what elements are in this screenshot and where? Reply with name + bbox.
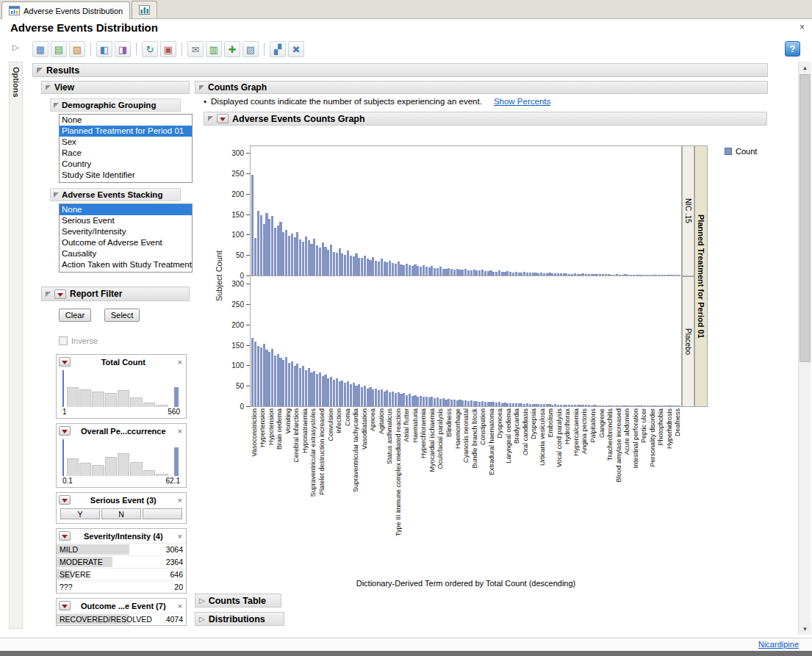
level-buttons: YN (60, 508, 182, 519)
disclosure-open-icon[interactable] (46, 292, 51, 297)
export-table-icon[interactable]: ▥ (206, 41, 222, 57)
bar (647, 406, 649, 406)
image-icon[interactable]: ▣ (160, 41, 176, 57)
scroll-down-icon[interactable]: ▼ (799, 623, 811, 635)
distributions-bar[interactable]: ▷ Distributions (195, 612, 284, 626)
stacking-option[interactable]: Action Taken with Study Treatment (60, 259, 192, 270)
bar (661, 406, 663, 406)
bar (296, 232, 298, 275)
bar (596, 274, 598, 275)
disclosure-open-icon[interactable] (54, 103, 59, 108)
data-table-icon[interactable]: ▤ (51, 41, 67, 57)
close-icon[interactable]: × (176, 532, 184, 541)
x-tick-label: Urticaria vesiculosa (538, 408, 547, 579)
mail-icon[interactable]: ✉ (187, 41, 204, 57)
red-triangle-button[interactable] (59, 531, 71, 541)
tab-adverse-events-distribution[interactable]: Adverse Events Distribution (1, 1, 130, 19)
level-row[interactable]: MILD3064 (57, 543, 186, 555)
refresh-icon[interactable]: ↻ (142, 41, 158, 57)
demographic-grouping-option[interactable]: Study Site Identifier (60, 170, 192, 181)
select-button[interactable]: Select (104, 309, 140, 322)
red-triangle-button[interactable] (59, 357, 71, 367)
add-data-icon[interactable]: ✚ (224, 41, 240, 57)
bar (386, 390, 388, 406)
level-label: SEVERE (57, 570, 91, 579)
demographic-grouping-option[interactable]: None (60, 115, 192, 126)
vertical-scrollbar[interactable]: ▲ ▼ (798, 62, 811, 635)
filter-histogram[interactable] (62, 439, 180, 476)
bar (641, 406, 643, 406)
disclosure-open-icon[interactable] (37, 68, 43, 73)
demographic-grouping-option[interactable]: Planned Treatment for Period 01 (60, 126, 192, 137)
adverse-events-counts-graph-bar: Adverse Events Counts Graph (204, 112, 767, 126)
bar (523, 404, 525, 406)
range-labels: 1560 (57, 407, 186, 418)
level-row[interactable]: MODERATE2364 (57, 555, 186, 568)
red-triangle-button[interactable] (217, 114, 229, 123)
counts-table-bar[interactable]: ▷ Counts Table (195, 594, 281, 608)
bar (560, 405, 562, 406)
scrollbar-thumb[interactable] (800, 74, 811, 362)
x-tick-label: Palpitations (589, 408, 597, 579)
stacking-option[interactable]: None (60, 204, 192, 215)
nicardipine-link[interactable]: Nicardipine (758, 640, 799, 649)
journal-icon[interactable]: ▨ (69, 41, 85, 57)
stacking-option[interactable]: Serious Event (60, 215, 192, 226)
legend-swatch (725, 148, 732, 155)
level-button[interactable]: N (101, 508, 141, 519)
adverse-events-stacking-listbox[interactable]: NoneSerious EventSeverity/IntensityOutco… (59, 203, 193, 273)
bar (498, 402, 500, 406)
close-icon[interactable]: × (176, 427, 184, 436)
filter-histogram[interactable] (62, 370, 180, 407)
demographic-grouping-option[interactable]: Sex (60, 137, 192, 148)
disclosure-open-icon[interactable] (54, 192, 59, 198)
level-button[interactable]: Y (60, 508, 100, 519)
red-triangle-button[interactable] (59, 601, 71, 610)
tab-chart[interactable] (132, 1, 157, 18)
script-window-icon[interactable]: ◧ (96, 41, 112, 57)
save-session-icon[interactable]: ▞ (270, 41, 286, 57)
legend: Count (725, 147, 757, 156)
red-triangle-button[interactable] (59, 426, 71, 436)
level-row[interactable]: SEVERE646 (57, 568, 186, 580)
close-icon[interactable]: × (800, 22, 805, 32)
close-icon[interactable]: × (176, 496, 184, 505)
inverse-checkbox[interactable] (59, 336, 68, 345)
scroll-up-icon[interactable]: ▲ (799, 62, 811, 73)
red-triangle-button[interactable] (54, 289, 66, 299)
stacking-option[interactable]: Causality (60, 248, 192, 259)
level-button[interactable] (143, 508, 182, 519)
red-triangle-button[interactable] (59, 495, 71, 505)
disclosure-closed-icon[interactable]: ▷ (199, 597, 205, 605)
disclosure-closed-icon[interactable]: ▷ (199, 616, 205, 623)
options-expander-icon[interactable]: ▷ (12, 43, 18, 51)
journal-icon-glyph: ▨ (73, 45, 82, 54)
bar (450, 269, 453, 275)
new-report-icon[interactable]: ▦ (32, 41, 48, 57)
options-panel[interactable]: Options (9, 62, 23, 629)
disclosure-open-icon[interactable] (199, 85, 204, 90)
layout-icon[interactable]: ▧ (242, 41, 259, 57)
bar (453, 400, 456, 406)
close-tools-icon[interactable]: ✖ (288, 41, 304, 57)
bar (630, 406, 632, 406)
clear-button[interactable]: Clear (59, 309, 91, 322)
bar (624, 406, 626, 406)
bar (448, 399, 450, 406)
demographic-grouping-option[interactable]: Country (60, 159, 192, 170)
stacking-option[interactable]: Severity/Intensity (60, 226, 192, 237)
bar (518, 273, 520, 275)
help-button[interactable]: ? (785, 41, 800, 57)
show-percents-link[interactable]: Show Percents (494, 97, 550, 106)
level-row[interactable]: ???20 (57, 580, 186, 593)
close-icon[interactable]: × (176, 602, 184, 610)
close-icon[interactable]: × (176, 358, 184, 367)
export-table-icon-glyph: ▥ (209, 45, 218, 54)
level-row[interactable]: RECOVERED/RESOLVED4074 (57, 613, 186, 625)
demographic-grouping-listbox[interactable]: NonePlanned Treatment for Period 01SexRa… (59, 114, 193, 183)
disclosure-open-icon[interactable] (46, 85, 51, 90)
stacking-option[interactable]: Outcome of Adverse Event (60, 237, 192, 248)
disclosure-open-icon[interactable] (208, 116, 213, 121)
log-window-icon[interactable]: ◨ (115, 41, 131, 57)
demographic-grouping-option[interactable]: Race (60, 148, 192, 159)
